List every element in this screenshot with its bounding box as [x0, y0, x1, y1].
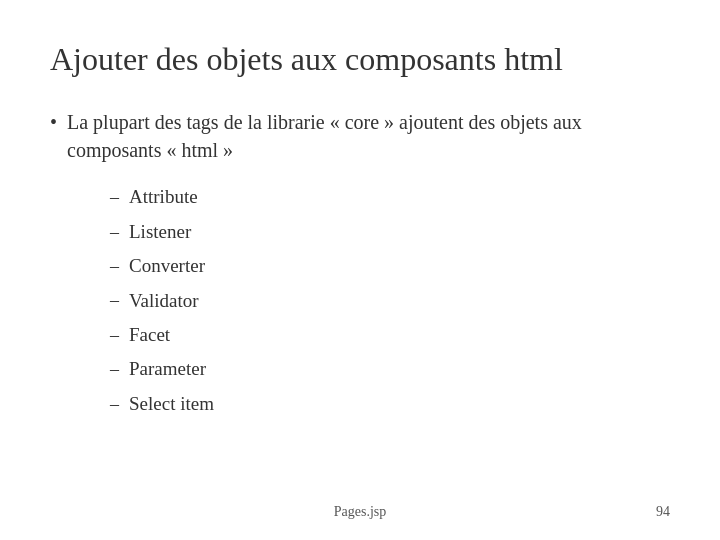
dash-symbol: – [110, 321, 119, 350]
dash-symbol: – [110, 286, 119, 315]
dash-symbol: – [110, 183, 119, 212]
list-item: –Converter [110, 251, 670, 281]
list-item-label: Listener [129, 217, 191, 247]
list-item-label: Converter [129, 251, 205, 281]
dash-symbol: – [110, 355, 119, 384]
dash-symbol: – [110, 218, 119, 247]
list-item: –Select item [110, 389, 670, 419]
list-item: –Listener [110, 217, 670, 247]
slide: Ajouter des objets aux composants html •… [0, 0, 720, 540]
bullet-section: • La plupart des tags de la librarie « c… [50, 108, 670, 423]
sub-list: –Attribute–Listener–Converter–Validator–… [110, 182, 670, 419]
main-bullet-text: La plupart des tags de la librarie « cor… [67, 108, 670, 164]
list-item-label: Select item [129, 389, 214, 419]
list-item-label: Validator [129, 286, 199, 316]
list-item: –Parameter [110, 354, 670, 384]
footer: Pages.jsp [0, 504, 720, 520]
main-bullet: • La plupart des tags de la librarie « c… [50, 108, 670, 164]
list-item-label: Parameter [129, 354, 206, 384]
slide-title: Ajouter des objets aux composants html [50, 40, 670, 78]
list-item-label: Facet [129, 320, 170, 350]
list-item: –Facet [110, 320, 670, 350]
dash-symbol: – [110, 390, 119, 419]
list-item-label: Attribute [129, 182, 198, 212]
dash-symbol: – [110, 252, 119, 281]
footer-center-text: Pages.jsp [334, 504, 387, 520]
list-item: –Validator [110, 286, 670, 316]
list-item: –Attribute [110, 182, 670, 212]
footer-page-number: 94 [656, 504, 670, 520]
bullet-symbol: • [50, 108, 57, 136]
